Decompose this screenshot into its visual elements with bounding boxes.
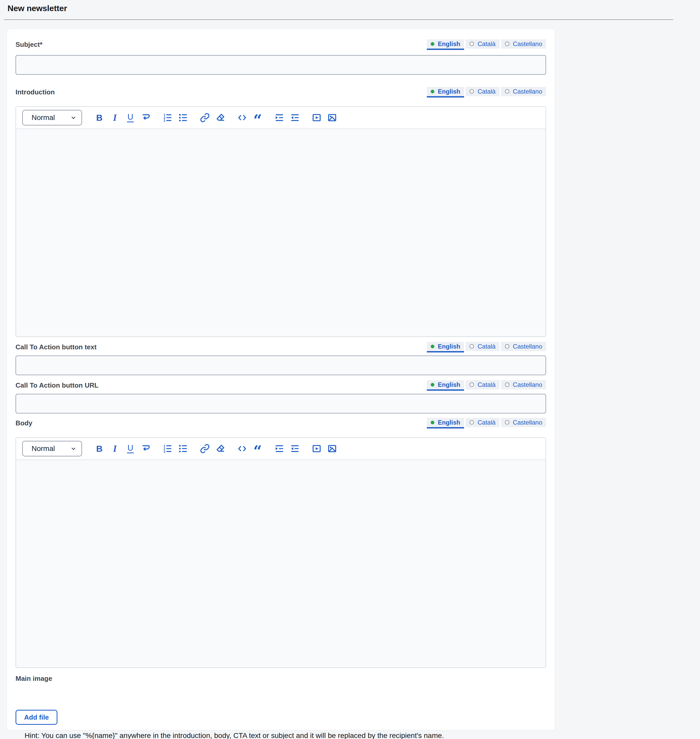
chevron-down-icon (70, 445, 77, 452)
line-break-icon (141, 444, 151, 454)
bullet-list-button[interactable] (178, 112, 188, 123)
bold-icon: B (96, 113, 103, 122)
body-label: Body (16, 419, 32, 427)
paragraph-style-select[interactable]: Normal (22, 441, 82, 456)
image-icon (327, 444, 337, 454)
eraser-icon (215, 113, 225, 123)
language-tab-castellano[interactable]: Castellano (501, 87, 546, 97)
line-break-button[interactable] (141, 112, 151, 123)
indent-increase-button[interactable] (275, 443, 284, 454)
bold-button[interactable]: B (94, 443, 104, 454)
image-icon (327, 113, 337, 123)
subject-input[interactable] (16, 55, 546, 75)
italic-button[interactable]: I (110, 112, 120, 123)
link-icon (200, 444, 210, 454)
language-tab-castellano[interactable]: Castellano (501, 39, 546, 50)
language-tab-label: Català (478, 381, 496, 388)
cta-text-label: Call To Action button text (16, 343, 97, 351)
language-tabs-cta-text: English Català Castellano (427, 342, 546, 353)
indent-decrease-button[interactable] (290, 443, 300, 454)
radio-unselected-icon (505, 42, 509, 46)
language-tab-english[interactable]: English (427, 87, 464, 97)
cta-text-input[interactable] (16, 356, 546, 375)
video-icon (312, 113, 322, 123)
language-tab-english[interactable]: English (427, 39, 464, 50)
language-tab-english[interactable]: English (427, 418, 464, 429)
indent-increase-button[interactable] (275, 112, 284, 123)
cta-url-input[interactable] (16, 394, 546, 413)
radio-unselected-icon (469, 42, 474, 46)
image-button[interactable] (327, 443, 337, 454)
cta-url-field-head: Call To Action button URL English Català… (16, 379, 546, 391)
radio-unselected-icon (469, 344, 474, 348)
language-tab-castellano[interactable]: Castellano (501, 380, 546, 391)
ordered-list-icon: 123 (163, 444, 172, 454)
blockquote-icon: “ (253, 446, 262, 456)
underline-button[interactable]: U (125, 443, 135, 454)
paragraph-style-select[interactable]: Normal (22, 110, 82, 125)
language-tab-catala[interactable]: Català (466, 87, 499, 97)
language-tab-label: Castellano (513, 381, 542, 388)
image-button[interactable] (327, 112, 337, 123)
radio-selected-icon (431, 383, 434, 386)
language-tab-english[interactable]: English (427, 380, 464, 391)
main-image-field-head: Main image (16, 673, 546, 685)
language-tab-english[interactable]: English (427, 342, 464, 353)
video-button[interactable] (312, 443, 322, 454)
blockquote-button[interactable]: “ (253, 112, 263, 123)
svg-text:3: 3 (163, 450, 165, 454)
link-button[interactable] (200, 443, 210, 454)
link-button[interactable] (200, 112, 210, 123)
language-tab-catala[interactable]: Català (466, 380, 499, 391)
bold-button[interactable]: B (94, 112, 104, 123)
indent-decrease-icon (290, 113, 300, 123)
clear-formatting-button[interactable] (215, 112, 225, 123)
radio-unselected-icon (505, 420, 509, 425)
code-button[interactable] (237, 443, 247, 454)
ordered-list-button[interactable]: 123 (163, 443, 172, 454)
subject-label: Subject* (16, 41, 43, 48)
underline-icon: U (127, 113, 134, 122)
language-tab-catala[interactable]: Català (466, 418, 499, 429)
ordered-list-button[interactable]: 123 (163, 112, 172, 123)
blockquote-button[interactable]: “ (253, 443, 263, 454)
subject-field-head: Subject* English Català Castellano (16, 38, 546, 50)
page-header: New newsletter (0, 0, 700, 13)
video-button[interactable] (312, 112, 322, 123)
bold-icon: B (96, 444, 103, 453)
code-button[interactable] (237, 112, 247, 123)
language-tab-catala[interactable]: Català (466, 39, 499, 50)
language-tab-catala[interactable]: Català (466, 342, 499, 353)
body-editor-content[interactable] (16, 460, 546, 667)
language-tab-label: English (438, 88, 460, 95)
newsletter-form-card: Subject* English Català Castellano Intro… (7, 29, 554, 730)
page-title: New newsletter (7, 4, 700, 13)
add-file-button[interactable]: Add file (16, 710, 57, 725)
underline-button[interactable]: U (125, 112, 135, 123)
indent-decrease-button[interactable] (290, 112, 300, 123)
radio-selected-icon (431, 42, 434, 46)
italic-icon: I (113, 113, 117, 122)
italic-button[interactable]: I (110, 443, 120, 454)
introduction-editor-content[interactable] (16, 129, 546, 336)
clear-formatting-button[interactable] (215, 443, 225, 454)
radio-unselected-icon (505, 382, 509, 387)
video-icon (312, 444, 322, 454)
body-editor: Normal B I U 123 (16, 437, 546, 668)
body-editor-toolbar: Normal B I U 123 (16, 438, 546, 460)
indent-increase-icon (275, 113, 284, 123)
language-tabs-cta-url: English Català Castellano (427, 380, 546, 391)
bullet-list-icon (178, 113, 188, 123)
language-tab-castellano[interactable]: Castellano (501, 418, 546, 429)
underline-icon: U (127, 444, 134, 453)
language-tab-label: English (438, 40, 460, 48)
language-tab-label: Castellano (513, 40, 542, 48)
radio-unselected-icon (505, 344, 509, 348)
radio-selected-icon (431, 421, 434, 424)
line-break-button[interactable] (141, 443, 151, 454)
introduction-editor-toolbar: Normal B I U 123 (16, 107, 546, 129)
ordered-list-icon: 123 (163, 113, 172, 123)
language-tab-castellano[interactable]: Castellano (501, 342, 546, 353)
introduction-editor: Normal B I U 123 (16, 106, 546, 337)
bullet-list-button[interactable] (178, 443, 188, 454)
